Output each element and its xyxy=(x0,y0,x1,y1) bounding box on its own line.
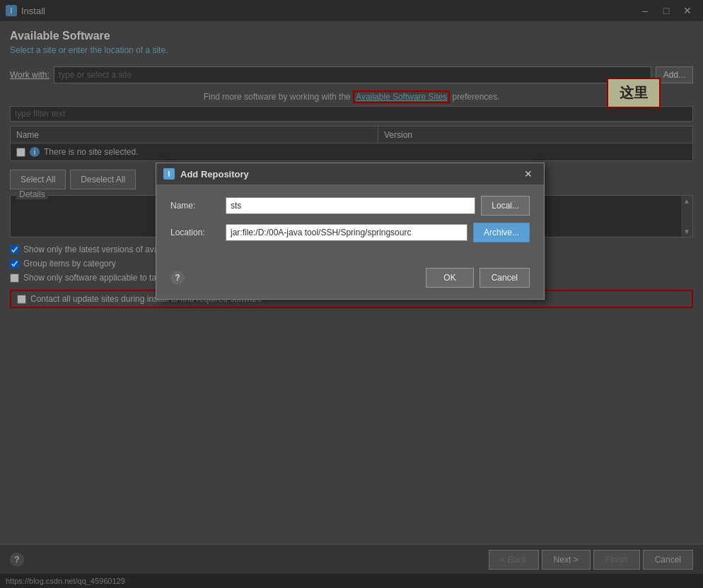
modal-footer: ? OK Cancel xyxy=(156,261,544,299)
modal-cancel-button[interactable]: Cancel xyxy=(480,268,530,288)
modal-help-icon[interactable]: ? xyxy=(170,271,185,285)
add-repository-dialog: I Add Repository ✕ Name: Local... Locati… xyxy=(156,163,545,300)
modal-location-input[interactable] xyxy=(226,224,467,241)
modal-location-label: Location: xyxy=(170,228,220,237)
modal-ok-button[interactable]: OK xyxy=(426,268,473,288)
archive-button[interactable]: Archive... xyxy=(473,223,530,242)
modal-title: Add Repository xyxy=(180,169,520,180)
modal-name-label: Name: xyxy=(170,201,220,211)
modal-title-bar: I Add Repository ✕ xyxy=(156,163,544,184)
modal-name-input[interactable] xyxy=(226,197,475,214)
local-button[interactable]: Local... xyxy=(481,196,530,216)
modal-close-button[interactable]: ✕ xyxy=(520,165,537,182)
modal-name-row: Name: Local... xyxy=(170,196,530,216)
modal-body: Name: Local... Location: Archive... xyxy=(156,184,544,261)
modal-icon: I xyxy=(163,168,175,180)
modal-location-row: Location: Archive... xyxy=(170,223,530,242)
modal-overlay: I Add Repository ✕ Name: Local... Locati… xyxy=(0,0,703,588)
